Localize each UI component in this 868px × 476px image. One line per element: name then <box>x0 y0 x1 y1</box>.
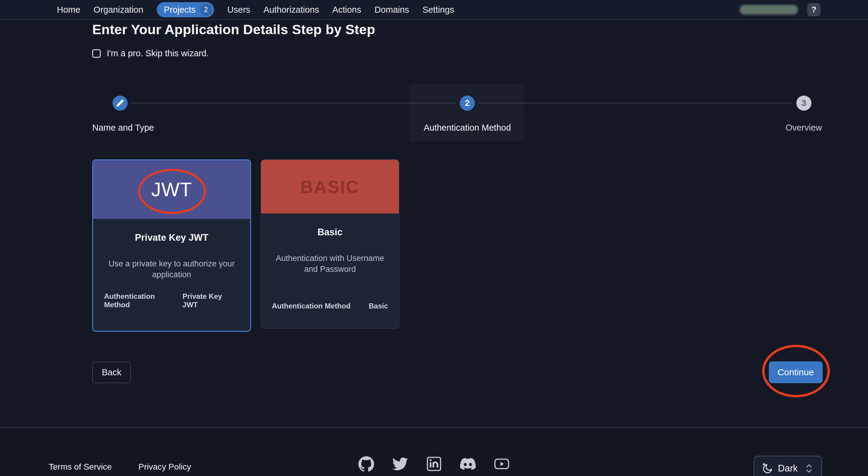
step-2-circle[interactable]: 2 <box>460 96 475 111</box>
twitter-icon[interactable] <box>392 456 408 472</box>
nav-item-projects[interactable]: Projects 2 <box>157 2 214 17</box>
nav-item-projects-label: Projects <box>164 5 196 15</box>
card-title: Basic <box>261 227 399 238</box>
discord-icon[interactable] <box>460 456 476 472</box>
card-attribute-value: Private Key JWT <box>182 292 239 309</box>
redacted-account-pill[interactable] <box>739 4 799 15</box>
footer: Terms of Service Privacy Policy Da <box>0 427 868 476</box>
skip-wizard-checkbox[interactable] <box>92 49 101 58</box>
nav-item-settings[interactable]: Settings <box>423 5 454 15</box>
nav-item-home[interactable]: Home <box>57 5 80 15</box>
footer-links: Terms of Service Privacy Policy <box>49 462 191 472</box>
nav-item-users[interactable]: Users <box>227 5 250 15</box>
basic-logo: BASIC <box>300 177 359 197</box>
theme-selected-value: Dark <box>778 463 798 474</box>
step-3-circle: 3 <box>796 96 811 111</box>
step-2-number: 2 <box>465 98 470 108</box>
card-attribute-label: Authentication Method <box>104 292 182 309</box>
card-attribute-label: Authentication Method <box>272 302 350 310</box>
help-button[interactable]: ? <box>807 3 820 16</box>
step-1-label: Name and Type <box>92 123 154 133</box>
active-step-highlight <box>409 84 524 141</box>
card-attribute-row: Authentication Method Private Key JWT <box>104 292 239 309</box>
card-description: Use a private key to authorize your appl… <box>93 258 250 280</box>
step-connector-2 <box>478 103 793 103</box>
card-basic-header: BASIC <box>261 160 399 214</box>
card-attribute-row: Authentication Method Basic <box>272 302 388 310</box>
nav-item-organization[interactable]: Organization <box>93 5 143 15</box>
card-attribute-value: Basic <box>369 302 388 310</box>
edit-icon <box>116 99 124 107</box>
wizard-stepper: 2 3 Name and Type Authentication Method … <box>0 84 868 141</box>
github-icon[interactable] <box>359 456 374 472</box>
card-basic[interactable]: BASIC Basic Authentication with Username… <box>261 159 399 329</box>
youtube-icon[interactable] <box>494 456 509 472</box>
back-button[interactable]: Back <box>92 362 131 383</box>
card-private-key-jwt[interactable]: JWT Private Key JWT Use a private key to… <box>92 159 251 332</box>
chevron-up-down-icon <box>805 463 813 474</box>
projects-count-badge: 2 <box>200 4 212 16</box>
auth-method-cards: JWT Private Key JWT Use a private key to… <box>92 159 399 332</box>
page-title: Enter Your Application Details Step by S… <box>92 22 375 37</box>
nav-item-domains[interactable]: Domains <box>374 5 409 15</box>
nav-right-section: ? <box>739 3 820 16</box>
continue-button[interactable]: Continue <box>769 361 823 383</box>
nav-item-actions[interactable]: Actions <box>332 5 361 15</box>
card-title: Private Key JWT <box>93 232 250 243</box>
nav-items: Home Organization Projects 2 Users Autho… <box>57 2 454 17</box>
top-navbar: Home Organization Projects 2 Users Autho… <box>0 0 868 20</box>
card-description: Authentication with Username and Passwor… <box>261 253 399 275</box>
skip-wizard-label: I'm a pro. Skip this wizard. <box>107 49 209 58</box>
theme-selector[interactable]: Dark <box>754 456 822 476</box>
moon-icon <box>762 463 773 474</box>
privacy-policy-link[interactable]: Privacy Policy <box>138 462 191 472</box>
step-3-label: Overview <box>785 123 822 133</box>
social-links <box>359 456 509 472</box>
step-2-label: Authentication Method <box>424 123 511 133</box>
linkedin-icon[interactable] <box>426 456 442 472</box>
nav-item-authorizations[interactable]: Authorizations <box>264 5 319 15</box>
step-1-circle[interactable] <box>113 96 128 111</box>
jwt-logo: JWT <box>151 179 192 201</box>
skip-wizard-row: I'm a pro. Skip this wizard. <box>92 49 209 58</box>
step-connector-1 <box>131 103 456 103</box>
card-private-key-jwt-header: JWT <box>93 160 250 219</box>
step-3-number: 3 <box>802 98 806 108</box>
terms-of-service-link[interactable]: Terms of Service <box>49 462 112 472</box>
